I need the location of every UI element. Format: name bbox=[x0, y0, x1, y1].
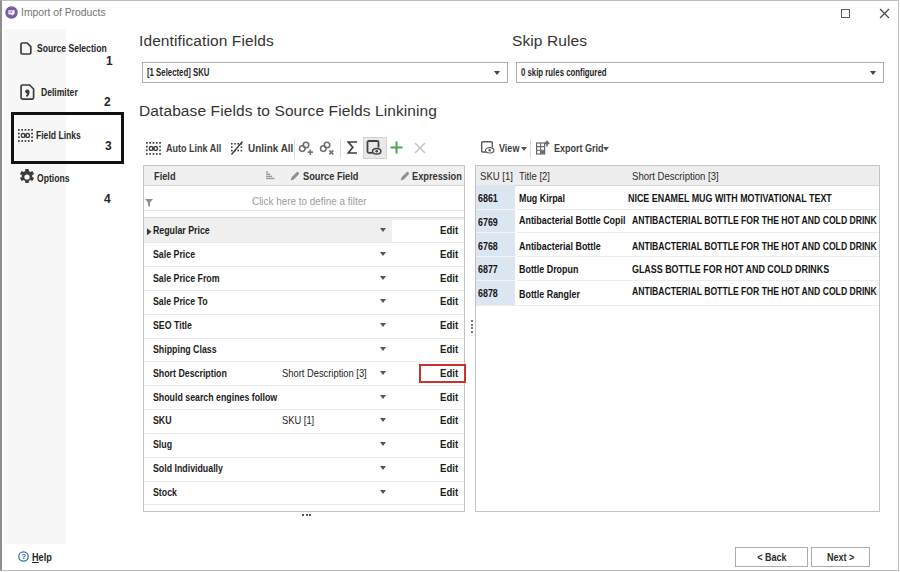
svg-text:?: ? bbox=[21, 552, 26, 561]
